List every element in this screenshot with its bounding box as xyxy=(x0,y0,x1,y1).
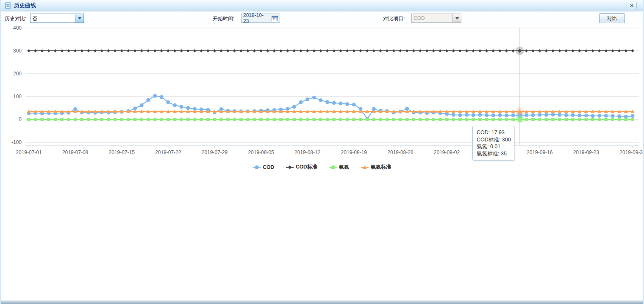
data-point[interactable] xyxy=(538,118,541,121)
data-point[interactable] xyxy=(412,49,415,53)
data-point[interactable] xyxy=(146,98,150,102)
data-point[interactable] xyxy=(478,113,482,117)
data-point[interactable] xyxy=(87,118,90,121)
data-point[interactable] xyxy=(544,113,548,117)
data-point[interactable] xyxy=(193,49,197,53)
data-point[interactable] xyxy=(538,113,541,117)
data-point[interactable] xyxy=(432,118,435,121)
compare-button[interactable]: 对比 xyxy=(599,13,625,23)
compare-item-dropdown-button[interactable] xyxy=(452,14,461,22)
data-point[interactable] xyxy=(472,49,475,53)
data-point[interactable] xyxy=(100,118,103,121)
data-point[interactable] xyxy=(611,118,614,121)
data-point[interactable] xyxy=(372,118,375,121)
data-point[interactable] xyxy=(591,118,594,121)
data-point[interactable] xyxy=(193,118,196,121)
history-curve-chart[interactable]: -10001002003004002019-07-012019-07-08201… xyxy=(1,24,644,160)
data-point[interactable] xyxy=(246,49,250,53)
data-point[interactable] xyxy=(226,49,230,53)
data-point[interactable] xyxy=(425,118,429,121)
data-point[interactable] xyxy=(279,118,283,121)
data-point[interactable] xyxy=(233,118,236,121)
data-point[interactable] xyxy=(127,118,130,121)
data-point[interactable] xyxy=(571,49,575,53)
data-point[interactable] xyxy=(306,118,309,121)
data-point[interactable] xyxy=(465,118,469,121)
legend-item-cod[interactable]: COD xyxy=(253,163,274,171)
data-point[interactable] xyxy=(419,118,422,121)
data-point[interactable] xyxy=(531,118,535,121)
data-point[interactable] xyxy=(558,113,561,117)
calendar-icon[interactable] xyxy=(272,15,278,21)
data-point[interactable] xyxy=(299,118,303,121)
data-point[interactable] xyxy=(266,118,269,121)
data-point[interactable] xyxy=(339,118,342,121)
data-point[interactable] xyxy=(597,114,601,118)
data-point[interactable] xyxy=(333,49,336,53)
data-point[interactable] xyxy=(352,118,355,121)
data-point[interactable] xyxy=(425,49,429,53)
data-point[interactable] xyxy=(432,49,435,53)
data-point[interactable] xyxy=(452,118,455,121)
data-point[interactable] xyxy=(80,118,83,121)
data-point[interactable] xyxy=(180,118,183,121)
data-point[interactable] xyxy=(525,113,528,117)
data-point[interactable] xyxy=(180,105,183,109)
data-point[interactable] xyxy=(611,114,615,118)
data-point[interactable] xyxy=(140,118,143,121)
data-point[interactable] xyxy=(618,49,621,53)
data-point[interactable] xyxy=(399,118,402,121)
start-time-field[interactable]: 2019-10-23 xyxy=(241,14,280,23)
data-point[interactable] xyxy=(439,49,442,53)
data-point[interactable] xyxy=(419,49,422,53)
data-point[interactable] xyxy=(153,49,157,53)
data-point[interactable] xyxy=(339,49,342,53)
data-point[interactable] xyxy=(173,49,177,53)
data-point[interactable] xyxy=(604,114,608,118)
data-point[interactable] xyxy=(200,118,203,121)
data-point[interactable] xyxy=(498,49,502,53)
data-point[interactable] xyxy=(27,49,31,53)
data-point[interactable] xyxy=(226,118,230,121)
data-point[interactable] xyxy=(186,49,190,53)
data-point[interactable] xyxy=(386,49,389,53)
data-point[interactable] xyxy=(299,49,303,53)
data-point[interactable] xyxy=(345,102,349,106)
data-point[interactable] xyxy=(147,118,150,121)
data-point[interactable] xyxy=(392,118,395,121)
data-point[interactable] xyxy=(40,118,44,121)
data-point[interactable] xyxy=(631,118,634,121)
legend-item-ammonia[interactable]: 氨氮 xyxy=(329,163,349,171)
data-point[interactable] xyxy=(306,49,309,53)
data-point[interactable] xyxy=(160,49,163,53)
data-point[interactable] xyxy=(366,118,369,121)
data-point[interactable] xyxy=(120,118,123,121)
data-point[interactable] xyxy=(518,117,522,122)
data-point[interactable] xyxy=(233,49,236,53)
data-point[interactable] xyxy=(571,118,575,121)
data-point[interactable] xyxy=(273,49,276,53)
data-point[interactable] xyxy=(253,49,256,53)
data-point[interactable] xyxy=(206,118,210,121)
data-point[interactable] xyxy=(332,118,336,121)
data-point[interactable] xyxy=(485,49,489,53)
data-point[interactable] xyxy=(74,49,77,53)
data-point[interactable] xyxy=(505,118,508,121)
data-point[interactable] xyxy=(511,49,515,53)
data-point[interactable] xyxy=(558,118,561,121)
data-point[interactable] xyxy=(465,49,469,53)
data-point[interactable] xyxy=(611,49,614,53)
data-point[interactable] xyxy=(94,118,97,121)
data-point[interactable] xyxy=(173,103,177,107)
data-point[interactable] xyxy=(491,49,495,53)
data-point[interactable] xyxy=(34,118,37,121)
data-point[interactable] xyxy=(107,118,110,121)
data-point[interactable] xyxy=(186,118,190,121)
data-point[interactable] xyxy=(326,118,329,121)
data-point[interactable] xyxy=(372,49,375,53)
data-point[interactable] xyxy=(80,49,83,53)
data-point[interactable] xyxy=(399,49,402,53)
data-point[interactable] xyxy=(87,49,90,53)
data-point[interactable] xyxy=(292,118,296,121)
data-point[interactable] xyxy=(67,118,70,121)
